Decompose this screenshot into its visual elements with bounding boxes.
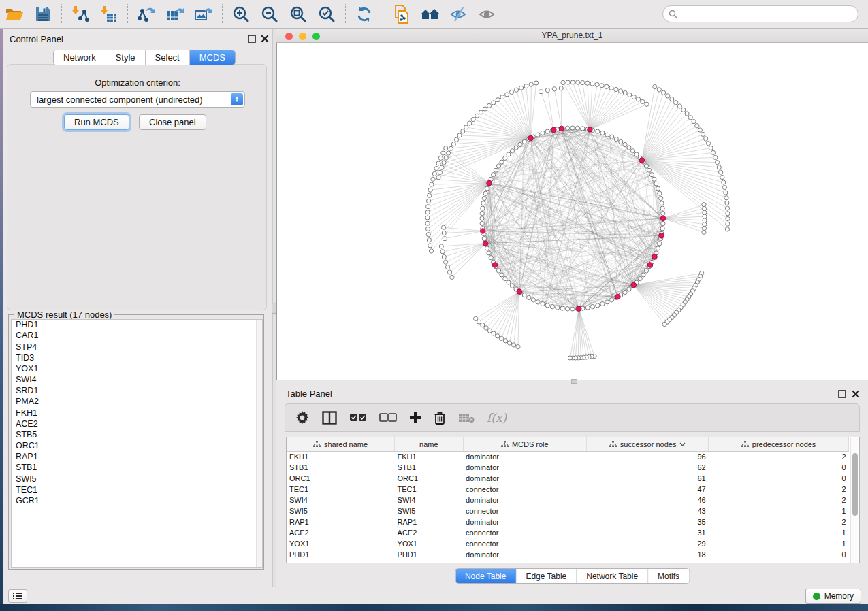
network-node[interactable] xyxy=(529,82,533,86)
network-node[interactable] xyxy=(522,139,526,144)
cell-name[interactable]: SWI4 xyxy=(395,495,463,506)
network-node[interactable] xyxy=(681,108,686,112)
zoom-selected-icon[interactable] xyxy=(315,3,338,26)
cell-shared_name[interactable]: ORC1 xyxy=(287,473,395,484)
close-panel-button[interactable]: Close panel xyxy=(139,114,206,130)
tab-style[interactable]: Style xyxy=(106,50,146,65)
table-row[interactable]: FKH1FKH1dominator962 xyxy=(287,451,849,462)
network-node[interactable] xyxy=(656,186,660,191)
network-node[interactable] xyxy=(487,103,491,108)
network-node[interactable] xyxy=(632,95,636,99)
cell-successors[interactable]: 46 xyxy=(587,495,709,506)
network-node[interactable] xyxy=(652,177,656,181)
network-node[interactable] xyxy=(703,222,707,227)
network-node[interactable] xyxy=(510,284,514,288)
network-node[interactable] xyxy=(692,120,696,124)
cell-name[interactable]: PHD1 xyxy=(395,549,463,560)
import-table-icon[interactable] xyxy=(97,3,120,26)
tab-network[interactable]: Network xyxy=(54,50,106,65)
network-node[interactable] xyxy=(536,300,540,304)
table-row[interactable]: PHD1PHD1dominator180 xyxy=(287,549,849,560)
birds-eye-view-icon[interactable] xyxy=(419,3,442,26)
cell-name[interactable]: ORC1 xyxy=(395,473,463,484)
network-node[interactable] xyxy=(605,133,609,137)
network-node[interactable] xyxy=(425,221,430,225)
network-node[interactable] xyxy=(539,90,543,94)
refresh-icon[interactable] xyxy=(353,3,376,26)
cell-name[interactable]: FKH1 xyxy=(395,451,463,462)
cell-predecessors[interactable]: 2 xyxy=(709,484,849,495)
network-node[interactable] xyxy=(487,329,492,333)
network-node[interactable] xyxy=(641,99,645,103)
network-node[interactable] xyxy=(725,201,729,205)
network-node[interactable] xyxy=(444,156,448,160)
add-column-icon[interactable] xyxy=(409,412,421,424)
network-node[interactable] xyxy=(545,129,549,133)
mcds-dominator-node[interactable] xyxy=(483,241,488,246)
network-node[interactable] xyxy=(480,211,484,215)
network-node[interactable] xyxy=(627,146,631,150)
cell-name[interactable]: TEC1 xyxy=(395,484,463,495)
network-node[interactable] xyxy=(519,86,524,90)
network-node[interactable] xyxy=(719,170,723,174)
network-node[interactable] xyxy=(444,146,448,150)
network-node[interactable] xyxy=(645,102,649,106)
network-node[interactable] xyxy=(677,104,681,108)
mcds-dominator-node[interactable] xyxy=(517,289,522,295)
cell-successors[interactable]: 96 xyxy=(587,451,709,462)
network-node[interactable] xyxy=(703,218,707,222)
mcds-result-item[interactable]: SWI4 xyxy=(12,375,262,386)
deselect-all-icon[interactable] xyxy=(379,413,397,423)
mcds-dominator-node[interactable] xyxy=(528,135,534,141)
network-node[interactable] xyxy=(706,142,710,146)
network-node[interactable] xyxy=(479,110,483,114)
network-node[interactable] xyxy=(496,98,500,102)
network-node[interactable] xyxy=(610,298,614,302)
network-node[interactable] xyxy=(454,137,458,142)
network-node[interactable] xyxy=(570,126,575,130)
network-node[interactable] xyxy=(565,307,569,311)
tab-network-table[interactable]: Network Table xyxy=(577,569,648,583)
network-node[interactable] xyxy=(709,146,713,150)
network-node[interactable] xyxy=(518,142,522,146)
table-scrollbar-thumb[interactable] xyxy=(852,453,858,516)
cell-name[interactable]: YOX1 xyxy=(395,538,463,549)
network-node[interactable] xyxy=(438,170,442,174)
network-node[interactable] xyxy=(426,205,430,209)
network-node[interactable] xyxy=(619,139,623,144)
network-node[interactable] xyxy=(482,236,486,240)
cell-shared_name[interactable]: PHD1 xyxy=(287,549,395,560)
cell-predecessors[interactable]: 1 xyxy=(709,538,849,549)
network-node[interactable] xyxy=(614,87,618,91)
cell-role[interactable]: dominator xyxy=(463,473,587,484)
function-builder-icon[interactable]: f(x) xyxy=(487,411,507,425)
cell-shared_name[interactable]: SWI5 xyxy=(287,506,395,516)
network-node[interactable] xyxy=(725,227,729,231)
select-all-icon[interactable] xyxy=(349,413,367,423)
clone-network-icon[interactable] xyxy=(390,3,413,26)
network-node[interactable] xyxy=(441,225,445,229)
network-node[interactable] xyxy=(503,339,507,343)
memory-button[interactable]: Memory xyxy=(805,589,861,604)
network-node[interactable] xyxy=(432,171,436,176)
cell-predecessors[interactable]: 0 xyxy=(709,462,849,473)
export-image-icon[interactable] xyxy=(192,3,215,26)
cell-shared_name[interactable]: ACE2 xyxy=(287,527,395,538)
network-node[interactable] xyxy=(575,126,579,130)
network-node[interactable] xyxy=(726,222,730,226)
mcds-result-item[interactable]: ORC1 xyxy=(12,441,262,452)
network-node[interactable] xyxy=(503,277,507,281)
delete-column-icon[interactable] xyxy=(434,411,446,425)
network-node[interactable] xyxy=(661,221,665,225)
table-row[interactable]: STB1STB1dominator620 xyxy=(287,462,849,473)
network-node[interactable] xyxy=(556,306,560,310)
table-row[interactable]: SWI5SWI5connector431 xyxy=(287,506,849,516)
network-node[interactable] xyxy=(596,129,600,133)
network-node[interactable] xyxy=(590,305,594,309)
network-node[interactable] xyxy=(703,214,707,218)
network-node[interactable] xyxy=(605,84,609,88)
search-input[interactable] xyxy=(662,5,858,22)
network-node[interactable] xyxy=(695,124,699,128)
network-node[interactable] xyxy=(561,80,565,84)
network-node[interactable] xyxy=(623,142,627,146)
